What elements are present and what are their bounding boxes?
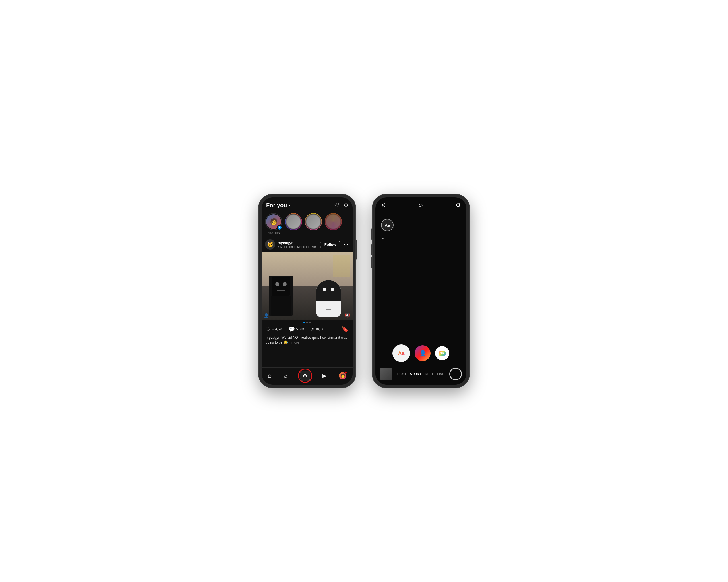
chevron-down-icon [288,204,291,206]
reels-icon: ▶ [322,372,327,379]
face-effects-icon[interactable]: ☺ [418,202,423,209]
heart-icon[interactable]: ♡ [334,202,339,209]
story-ring-inner-4 [325,214,341,230]
more-text[interactable]: more [291,340,299,344]
story-item-your[interactable]: 🧑 + Your story [265,213,282,234]
capture-button[interactable] [449,368,462,380]
post-avatar[interactable]: 🐱 [265,239,275,250]
follow-button[interactable]: Follow [320,241,340,248]
dot-1 [304,322,305,324]
story-ring-gradient [285,213,302,230]
add-story-badge: + [277,225,282,230]
gif-label: GIF [439,351,446,356]
mute-icon[interactable]: 🔇 [345,312,350,318]
cat-scene [262,252,353,320]
post-header: 🐱 mycatjyn ♪ Muni Long · Made For Me Fol… [262,237,353,252]
messenger-icon[interactable]: ⊙ [344,202,348,208]
like-count: ♡ 4,5M [271,327,282,331]
profile-photo: 🧑 [340,373,345,378]
story-top-bar: ✕ ☺ ⚙ [375,197,466,213]
mode-story[interactable]: STORY [410,372,421,376]
gallery-thumbnail[interactable] [380,368,392,380]
header-title-group[interactable]: For you [266,202,291,209]
search-icon: ⌕ [284,372,287,379]
like-icon: ♡ [266,326,271,332]
nav-create[interactable]: ⊕ [300,370,310,381]
text-tool-button[interactable]: Aa [392,344,410,362]
close-icon[interactable]: ✕ [381,202,386,209]
story-item-2[interactable] [285,213,302,234]
story-canvas: Aa ✕ ⌄ [375,213,466,342]
story-item-3[interactable] [305,213,322,234]
image-dots [262,320,353,324]
person-tag-icon: 👤 [264,313,269,318]
comment-count: 5 073 [296,327,304,331]
story-label: Your story [267,231,280,234]
nav-search[interactable]: ⌕ [284,372,287,379]
mode-post[interactable]: POST [397,372,407,376]
story-tools-row: Aa 👤 GIF [375,342,466,365]
collapse-chevron-icon[interactable]: ⌄ [381,235,385,240]
feed-header: For you ♡ ⊙ [262,197,353,211]
more-options-button[interactable]: ··· [343,242,349,248]
like-group[interactable]: ♡ ♡ 4,5M [266,326,282,332]
nav-home[interactable]: ⌂ [268,372,271,379]
nav-profile[interactable]: 🧑 [339,372,346,379]
text-close-icon: ✕ [392,226,395,230]
story-ring-inner-blurred [286,214,302,230]
post-user-info: mycatjyn ♪ Muni Long · Made For Me [278,241,318,248]
share-group[interactable]: ↗ 18,9K [310,327,323,332]
stories-row: 🧑 + Your story [262,211,353,237]
comment-group[interactable]: 💬 5 073 [289,326,304,332]
story-mode-tabs: POST STORY REEL LIVE [392,372,449,376]
mode-live[interactable]: LIVE [437,372,444,376]
share-icon: ↗ [310,327,314,332]
post-username[interactable]: mycatjyn [278,241,318,245]
create-ring-highlight [298,368,312,383]
story-avatar-wrap: 🧑 + [265,213,282,230]
post-image: 👤 🔇 [262,252,353,320]
post-actions: ♡ ♡ 4,5M 💬 5 073 ↗ 18,9K 🔖 [262,324,353,334]
bottom-nav: ⌂ ⌕ ⊕ ▶ 🧑 [262,367,353,385]
settings-icon[interactable]: ⚙ [456,202,461,209]
feed-title: For you [266,202,287,209]
aa-label: Aa [398,351,405,356]
phone-story-creator: ✕ ☺ ⚙ Aa ✕ ⌄ Aa 👤 GIF [372,194,469,388]
aa-text-icon: Aa [381,219,394,231]
post-music: ♪ Muni Long · Made For Me [278,245,318,248]
dot-3 [309,322,311,324]
comment-icon: 💬 [289,326,295,332]
share-count: 18,9K [315,327,323,331]
story-ring-4 [325,213,342,230]
story-item-4[interactable] [325,213,342,234]
header-icons: ♡ ⊙ [334,202,348,209]
mode-reel[interactable]: REEL [425,372,434,376]
avatar-icon: 👤 [419,350,426,357]
home-icon: ⌂ [268,372,271,379]
story-ring-yellow [305,213,322,230]
post-caption: mycatjyn We did NOT realise quite how si… [262,334,353,347]
avatar-tool-button[interactable]: 👤 [415,345,431,361]
save-icon[interactable]: 🔖 [341,326,349,332]
dot-2 [306,322,308,324]
story-bottom-bar: POST STORY REEL LIVE [375,365,466,385]
phone-instagram-feed: For you ♡ ⊙ 🧑 + Your story [259,194,356,388]
notification-dot [345,371,347,374]
caption-username[interactable]: mycatjyn [266,336,280,340]
nav-reels[interactable]: ▶ [322,372,327,379]
gif-tool-button[interactable]: GIF [435,346,449,360]
story-ring-inner-3 [306,214,321,230]
text-tool[interactable]: Aa ✕ [381,219,395,231]
